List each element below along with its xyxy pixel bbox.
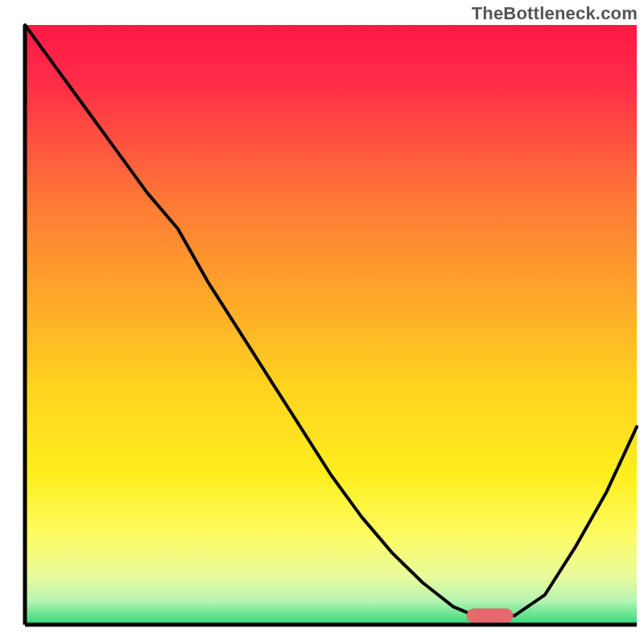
plot-area [25, 25, 637, 625]
bottleneck-chart [0, 0, 644, 644]
optimal-marker [467, 609, 514, 623]
watermark-text: TheBottleneck.com [472, 3, 638, 24]
chart-container: TheBottleneck.com [0, 0, 644, 644]
